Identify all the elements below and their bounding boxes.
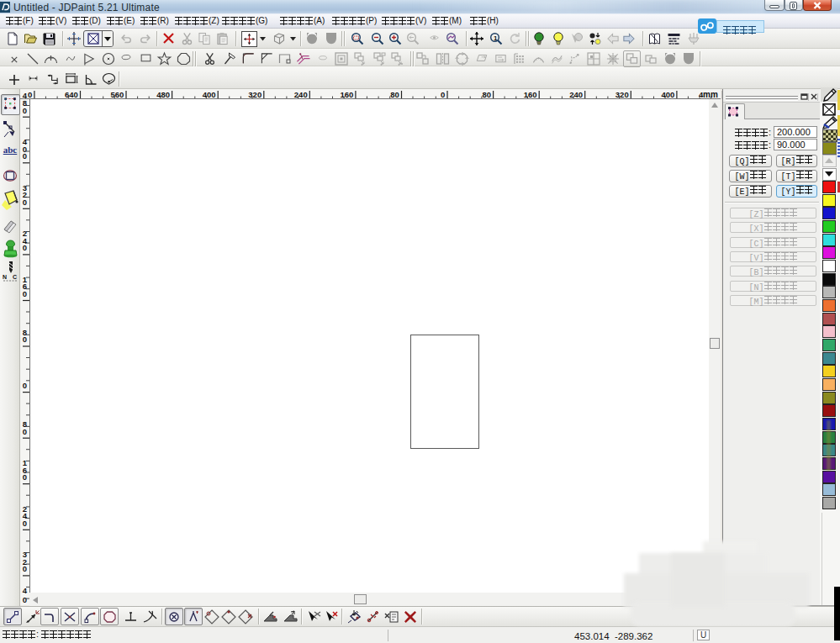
svg-text:0: 0 <box>23 243 27 252</box>
svg-text:0: 0 <box>23 564 27 573</box>
svg-text:4: 4 <box>23 586 28 595</box>
svg-text:1: 1 <box>494 34 498 42</box>
svg-text:N: N <box>3 274 7 280</box>
svg-text:0: 0 <box>23 335 27 344</box>
svg-text:0: 0 <box>23 151 27 161</box>
svg-text:0: 0 <box>23 472 27 482</box>
svg-text:0: 0 <box>23 427 27 436</box>
svg-text:0: 0 <box>23 519 27 528</box>
svg-text:0: 0 <box>23 198 27 207</box>
svg-text:0: 0 <box>23 381 27 390</box>
svg-text:0: 0 <box>23 595 27 604</box>
svg-text:0: 0 <box>23 289 27 298</box>
svg-text:C: C <box>13 274 17 280</box>
svg-text:0: 0 <box>23 106 27 115</box>
